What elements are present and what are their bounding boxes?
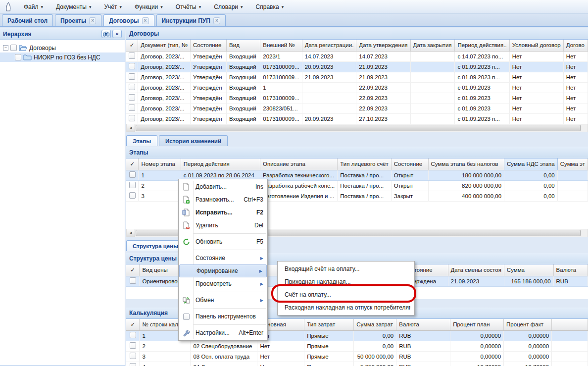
checkbox[interactable] <box>129 73 135 80</box>
tab-contracts[interactable]: Договоры× <box>103 14 154 26</box>
column-header[interactable]: Дата закрытия <box>410 40 455 51</box>
cell[interactable] <box>126 113 138 124</box>
submenu-item-receipt-note[interactable]: Приходная накладная... <box>278 275 414 288</box>
cell[interactable]: Нет <box>563 72 588 82</box>
tab-pup-instructions[interactable]: Инструкции ПУП× <box>156 14 226 26</box>
table-row[interactable]: 303 Осн. оплата трудаНетПрямые50 000 000… <box>126 351 588 362</box>
cell[interactable] <box>557 180 588 191</box>
tree-node-niokr[interactable]: НИОКР по ГОЗ без НДС <box>0 52 125 62</box>
cell[interactable] <box>126 351 140 362</box>
cell[interactable]: 14.07.2023 <box>356 51 410 61</box>
menu-item-settings[interactable]: Настройки...Alt+Enter <box>179 326 267 339</box>
menu-item-delete[interactable]: УдалитьDel <box>179 219 267 232</box>
cell[interactable]: Прямые <box>304 351 354 362</box>
cell[interactable]: Договор, 2023/... <box>138 51 191 61</box>
checkbox[interactable] <box>129 84 135 90</box>
column-header[interactable]: Валюта <box>553 264 588 276</box>
column-header[interactable]: Процент факт <box>504 319 552 330</box>
column-header[interactable]: Сумма эт <box>557 158 588 170</box>
submenu-item-payment-invoice[interactable]: Счёт на оплату... <box>278 288 414 301</box>
checkbox[interactable] <box>130 332 136 338</box>
checkbox[interactable] <box>129 94 135 101</box>
table-row[interactable]: Договор, 2023/...УтверждёнВходящий122.09… <box>126 82 588 93</box>
cell[interactable] <box>126 362 140 366</box>
column-header[interactable]: Вид <box>227 40 260 51</box>
cell[interactable]: 20.09.2023 <box>302 113 356 124</box>
cell[interactable]: 3 <box>140 351 191 362</box>
select-all-header[interactable]: ✓ <box>126 158 139 170</box>
checkbox[interactable] <box>129 115 135 121</box>
cell[interactable]: Нет <box>509 72 563 82</box>
cell[interactable] <box>557 170 588 180</box>
cell[interactable]: 02 Спецоборудование <box>191 341 257 351</box>
cell[interactable]: 0173100009... <box>260 113 302 124</box>
checkbox[interactable] <box>15 54 21 60</box>
table-row[interactable]: 202 СпецоборудованиеНетПрямые0,00RUB0,00… <box>126 341 588 351</box>
menu-item-add[interactable]: Добавить...Ins <box>179 180 267 193</box>
cell[interactable]: 0,00 <box>354 341 396 351</box>
cell[interactable]: 0,00 <box>504 170 558 180</box>
cell[interactable]: Нет <box>563 103 588 113</box>
cell[interactable]: 3 <box>139 191 181 201</box>
scrollbar-thumb[interactable] <box>136 125 581 131</box>
cell[interactable] <box>126 61 138 72</box>
submenu-item-incoming-invoice[interactable]: Входящий счёт на оплату... <box>278 262 414 275</box>
cell[interactable] <box>552 330 588 341</box>
cell[interactable]: Нет <box>509 113 563 124</box>
menu-dictionaries[interactable]: Словари▾ <box>208 1 248 12</box>
cell[interactable]: RUB <box>396 341 450 351</box>
column-header[interactable]: Процент план <box>450 319 504 330</box>
cell[interactable]: 0173100009... <box>260 72 302 82</box>
cell[interactable]: Входящий <box>227 103 260 113</box>
cell[interactable]: Нет <box>509 103 563 113</box>
cell[interactable]: с 01.09.2023 <box>455 82 509 93</box>
cell[interactable]: Входящий <box>227 113 260 124</box>
cell[interactable]: 5 350 000,00 <box>354 362 396 366</box>
column-header[interactable]: Догово <box>563 40 588 51</box>
column-header[interactable]: Описание этапа <box>260 158 338 170</box>
column-header[interactable]: Внешний № <box>260 40 302 51</box>
cell[interactable]: Утверждён <box>191 82 227 93</box>
cell[interactable]: Договор, 2023/... <box>138 93 191 103</box>
cell[interactable]: с 01.09.2023 <box>455 103 509 113</box>
menu-reports[interactable]: Отчёты▾ <box>170 1 207 12</box>
cell[interactable]: 165 186 000,00 <box>504 276 553 286</box>
cell[interactable]: Нет <box>509 51 563 61</box>
cell[interactable] <box>302 103 356 113</box>
table-row[interactable]: Договор, 2023/...УтверждёнВходящий017310… <box>126 113 588 124</box>
cell[interactable]: 820 000 000,00 <box>428 180 504 191</box>
table-row[interactable]: Договор, 2023/...УтверждёнВходящий2023/1… <box>126 51 588 61</box>
cell[interactable]: 0,00 <box>504 180 558 191</box>
cell[interactable]: с 01.09.2023 п... <box>455 72 509 82</box>
checkbox[interactable] <box>130 363 136 366</box>
cell[interactable]: Утверждён <box>191 103 227 113</box>
column-header[interactable]: Состояние <box>191 40 227 51</box>
cell[interactable]: Нет <box>509 61 563 72</box>
cell[interactable] <box>410 82 455 93</box>
cell[interactable]: 2 <box>139 180 181 191</box>
column-header[interactable]: Дата регистрации. <box>302 40 356 51</box>
cell[interactable]: 10,70000 <box>450 362 504 366</box>
cell[interactable]: Закрыт <box>391 191 428 201</box>
table-row[interactable]: Договор, 2023/...УтверждёнВходящий017310… <box>126 93 588 103</box>
cell[interactable] <box>126 191 139 201</box>
cell[interactable]: Договор, 2023/... <box>138 61 191 72</box>
checkbox[interactable] <box>130 342 136 349</box>
cell[interactable]: 400 000 000,00 <box>428 191 504 201</box>
cell[interactable] <box>302 93 356 103</box>
column-header[interactable]: Валюта <box>396 319 450 330</box>
menu-accounting[interactable]: Учёт▾ <box>98 1 128 12</box>
tab-change-history[interactable]: История изменений <box>159 135 228 146</box>
cell[interactable]: 27.10.2023 <box>356 113 410 124</box>
tab-stages[interactable]: Этапы <box>126 135 157 146</box>
cell[interactable]: Разработка рабочей конс... <box>260 180 338 191</box>
find-icon[interactable] <box>101 30 111 38</box>
cell[interactable]: 0,00000 <box>450 330 504 341</box>
column-header[interactable] <box>552 319 588 330</box>
checkbox[interactable] <box>130 277 136 284</box>
cell[interactable] <box>126 72 138 82</box>
cell[interactable] <box>552 351 588 362</box>
cell[interactable]: 0173100009... <box>260 61 302 72</box>
menu-item-duplicate[interactable]: Размножить...Ctrl+F3 <box>179 193 267 206</box>
tab-desktop[interactable]: Рабочий стол <box>2 14 53 26</box>
